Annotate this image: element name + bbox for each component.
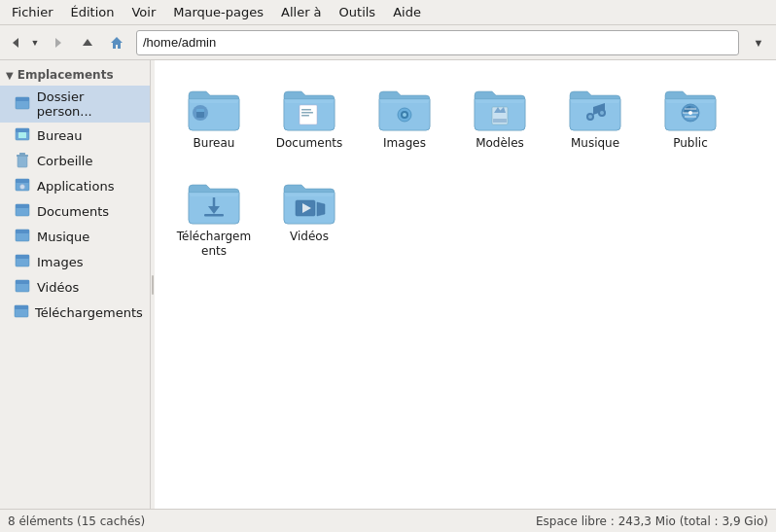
menu-outils[interactable]: Outils [332,3,384,21]
forward-button[interactable] [45,29,72,56]
svg-marker-1 [55,38,61,48]
svg-rect-16 [16,204,29,208]
sidebar-resize-handle[interactable] [151,60,155,509]
file-grid: Bureau Documents [170,76,760,269]
sidebar-item-trash-label: Corbeille [37,154,92,168]
sidebar-item-desktop[interactable]: Bureau [0,123,150,148]
file-item-documents[interactable]: Documents [265,76,353,161]
sidebar-item-home-label: Dossier person... [37,89,142,119]
svg-rect-8 [18,132,26,138]
address-bar-input[interactable] [136,30,739,55]
sidebar-item-applications-label: Applications [37,179,114,194]
folder-icon-videos [282,179,336,226]
sidebar-item-images[interactable]: Images [0,249,150,274]
svg-rect-29 [301,109,311,111]
music-icon [14,228,31,245]
svg-rect-27 [196,109,204,112]
menu-aller-a[interactable]: Aller à [273,3,330,21]
menu-fichier[interactable]: Fichier [4,3,61,21]
sidebar-item-videos-label: Vidéos [37,280,79,295]
svg-rect-48 [204,214,224,217]
up-button[interactable] [74,29,101,56]
file-item-videos[interactable]: Vidéos [265,169,353,269]
svg-rect-13 [16,179,29,183]
home-button[interactable] [103,29,130,56]
file-item-modeles-label: Modèles [476,136,524,152]
svg-rect-30 [301,112,313,114]
sidebar-item-trash[interactable]: Corbeille [0,148,150,173]
svg-marker-2 [83,39,92,46]
svg-point-34 [403,113,406,117]
svg-rect-18 [16,230,29,233]
sidebar-section-places[interactable]: ▼ Emplacements [0,64,150,86]
svg-point-40 [600,111,604,115]
menu-marque-pages[interactable]: Marque-pages [165,3,271,21]
images-icon [14,253,31,270]
svg-point-39 [588,115,592,119]
statusbar-left: 8 éléments (15 cachés) [8,514,145,528]
svg-point-14 [20,185,25,190]
toolbar: ▼ ▼ [0,25,776,60]
svg-marker-0 [13,38,18,48]
file-item-telechargements[interactable]: Téléchargements [170,169,258,269]
sidebar-item-documents[interactable]: Documents [0,198,150,224]
places-arrow-icon: ▼ [6,70,14,81]
file-item-public[interactable]: Public [647,76,734,161]
file-item-telechargements-label: Téléchargements [176,230,252,260]
sidebar-item-videos[interactable]: Vidéos [0,274,150,300]
svg-rect-24 [15,305,28,309]
folder-icon-telechargements [187,179,241,226]
svg-rect-7 [16,128,29,132]
sidebar-item-images-label: Images [37,255,84,269]
sidebar-item-music[interactable]: Musique [0,224,150,249]
trash-icon [14,152,31,169]
svg-rect-31 [301,115,309,117]
folder-icon-images [377,86,432,132]
file-item-musique-label: Musique [571,136,619,152]
folder-icon-musique [568,86,622,132]
sidebar-item-desktop-label: Bureau [37,128,82,143]
statusbar-right: Espace libre : 243,3 Mio (total : 3,9 Gi… [536,514,768,528]
svg-rect-22 [16,280,29,284]
svg-rect-10 [17,155,28,157]
sidebar: ▼ Emplacements Dossier person... Bureau [0,60,151,509]
svg-rect-11 [19,153,25,155]
svg-rect-9 [18,156,27,167]
folder-icon-public [663,86,718,132]
folder-icon-documents [282,86,336,132]
file-browser: Bureau Documents [155,60,776,509]
address-dropdown-button[interactable]: ▼ [745,29,772,56]
file-item-musique[interactable]: Musique [551,76,639,161]
menu-edition[interactable]: Édition [63,3,123,21]
menubar: Fichier Édition Voir Marque-pages Aller … [0,0,776,25]
folder-icon-modeles [473,86,527,132]
desktop-icon [14,126,31,144]
file-item-videos-label: Vidéos [290,230,329,245]
sidebar-item-music-label: Musique [37,230,89,244]
back-button[interactable] [4,29,27,56]
downloads-icon [14,303,29,321]
videos-icon [14,278,31,296]
file-item-images[interactable]: Images [361,76,448,161]
file-item-public-label: Public [673,136,708,152]
applications-icon [14,177,31,195]
sidebar-item-downloads-label: Téléchargements [35,305,143,320]
back-dropdown-button[interactable]: ▼ [27,29,43,56]
sidebar-item-documents-label: Documents [37,204,109,219]
folder-icon-bureau [187,86,241,132]
file-item-images-label: Images [383,136,426,152]
statusbar: 8 éléments (15 cachés) Espace libre : 24… [0,509,776,532]
menu-voir[interactable]: Voir [123,3,163,21]
places-label: Emplacements [18,68,114,82]
file-item-modeles[interactable]: Modèles [456,76,544,161]
svg-marker-50 [317,202,325,216]
address-bar-container [136,30,739,55]
svg-rect-5 [16,97,29,101]
file-item-documents-label: Documents [276,136,342,152]
sidebar-item-home[interactable]: Dossier person... [0,86,150,123]
svg-marker-3 [111,37,123,49]
menu-aide[interactable]: Aide [385,3,429,21]
file-item-bureau[interactable]: Bureau [170,76,258,161]
sidebar-item-downloads[interactable]: Téléchargements [0,300,150,325]
sidebar-item-applications[interactable]: Applications [0,173,150,198]
